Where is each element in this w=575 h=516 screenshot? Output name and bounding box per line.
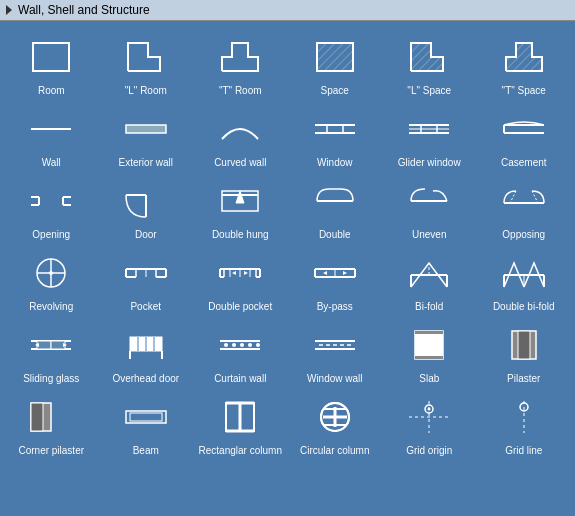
list-item[interactable]: Curtain wall [193, 315, 288, 387]
svg-point-85 [248, 343, 252, 347]
list-item[interactable]: Corner pilaster [4, 387, 99, 459]
list-item[interactable]: Casement [477, 99, 572, 171]
svg-rect-0 [33, 43, 69, 71]
list-item[interactable]: By-pass [288, 243, 383, 315]
svg-rect-95 [415, 331, 443, 334]
icon-grid: Room "L" Room "T" Room [0, 21, 575, 465]
list-item[interactable]: Revolving [4, 243, 99, 315]
title-arrow [6, 5, 12, 15]
svg-rect-73 [51, 341, 65, 349]
svg-point-82 [224, 343, 228, 347]
svg-rect-72 [37, 341, 51, 349]
svg-rect-102 [130, 413, 162, 421]
list-item[interactable]: "T" Space [477, 27, 572, 99]
title-bar: Wall, Shell and Structure [0, 0, 575, 21]
list-item[interactable]: Door [99, 171, 194, 243]
list-item[interactable]: Double hung [193, 171, 288, 243]
list-item[interactable]: Opposing [477, 171, 572, 243]
list-item[interactable]: Curved wall [193, 99, 288, 171]
svg-point-86 [256, 343, 260, 347]
list-item[interactable]: Opening [4, 171, 99, 243]
svg-rect-96 [415, 356, 443, 359]
list-item[interactable]: Grid line [477, 387, 572, 459]
svg-point-117 [428, 408, 431, 411]
list-item[interactable]: Slab [382, 315, 477, 387]
list-item[interactable]: Glider window [382, 99, 477, 171]
list-item[interactable]: Circular column [288, 387, 383, 459]
list-item[interactable]: Exterior wall [99, 99, 194, 171]
list-item[interactable]: Double [288, 171, 383, 243]
title-text: Wall, Shell and Structure [18, 3, 150, 17]
list-item[interactable]: Uneven [382, 171, 477, 243]
list-item[interactable]: Room [4, 27, 99, 99]
list-item[interactable]: Grid origin [382, 387, 477, 459]
svg-rect-1 [317, 43, 353, 71]
list-item[interactable]: Double pocket [193, 243, 288, 315]
svg-point-83 [232, 343, 236, 347]
list-item[interactable]: Beam [99, 387, 194, 459]
list-item[interactable]: Rectanglar column [193, 387, 288, 459]
list-item[interactable]: Sliding glass [4, 315, 99, 387]
svg-rect-100 [31, 403, 43, 431]
list-item[interactable]: "L" Space [382, 27, 477, 99]
list-item[interactable]: "T" Room [193, 27, 288, 99]
svg-rect-6 [126, 125, 166, 133]
list-item[interactable]: Pocket [99, 243, 194, 315]
list-item[interactable]: Pilaster [477, 315, 572, 387]
svg-point-84 [240, 343, 244, 347]
list-item[interactable]: Wall [4, 99, 99, 171]
list-item[interactable]: Bi-fold [382, 243, 477, 315]
svg-line-33 [510, 191, 516, 203]
list-item[interactable]: Space [288, 27, 383, 99]
list-item[interactable]: Double bi-fold [477, 243, 572, 315]
svg-rect-98 [518, 331, 530, 359]
svg-line-34 [532, 191, 538, 203]
svg-point-38 [49, 271, 53, 275]
list-item[interactable]: Window wall [288, 315, 383, 387]
svg-rect-94 [415, 331, 443, 359]
list-item[interactable]: Overhead door [99, 315, 194, 387]
list-item[interactable]: "L" Room [99, 27, 194, 99]
list-item[interactable]: Window [288, 99, 383, 171]
